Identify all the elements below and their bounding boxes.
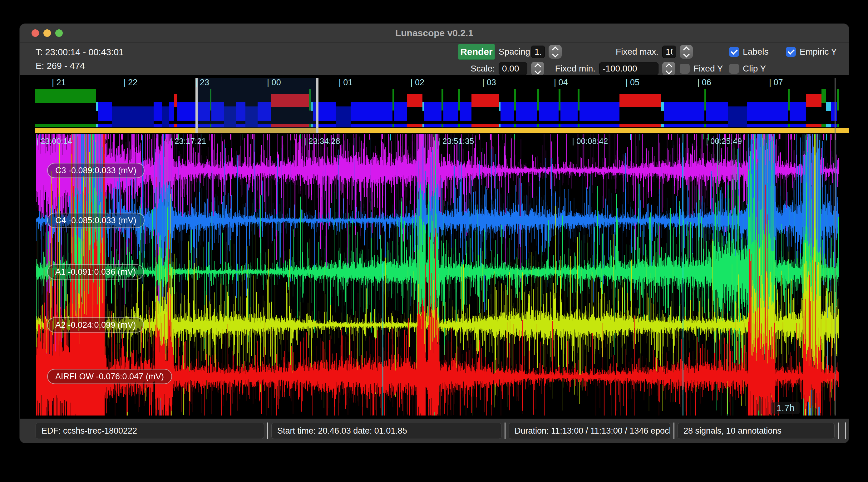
plot-time-label: | 23:17:21 [170,136,206,146]
hypnogram-hour-label: | 06 [697,78,711,88]
stepper-down-icon[interactable] [552,51,558,58]
statusbar: EDF: ccshs-trec-1800222Start time: 20.46… [20,419,849,443]
plot-right-edge-line [835,78,836,416]
hypnogram-segment-N2 [539,102,559,121]
hypnogram-mini-segment-R [471,124,499,127]
hypnogram-mini-segment-N3 [336,124,351,127]
status-separator [845,422,846,439]
titlebar: Lunascope v0.2.1 [20,24,849,43]
fixed-min-stepper[interactable] [662,62,675,75]
hypnogram-position-bar[interactable] [35,128,849,133]
fixed-max-stepper[interactable] [680,45,693,59]
hypnogram-segment-N2 [789,102,806,121]
stepper-down-icon[interactable] [683,51,689,58]
hypnogram-mini-segment-N2 [394,124,407,127]
hypnogram-mini-segment-N2 [560,124,578,127]
hypnogram-segment-N2 [424,102,441,121]
checkbox-empiric-y-box[interactable] [786,47,796,57]
hypnogram-mini-segment-N2 [539,124,559,127]
checkbox-clip-y-box[interactable] [729,64,739,74]
check-icon [787,48,795,55]
view-info: T: 23:00:14 - 00:43:01 E: 269 - 474 [36,45,124,73]
hypnogram-mini-segment-N2 [831,124,837,127]
status-separator [504,422,505,439]
toolbar: T: 23:00:14 - 00:43:01 E: 269 - 474 Spac… [20,43,849,75]
checkbox-labels[interactable]: Labels [729,47,782,57]
scale-label: Scale: [458,64,495,74]
hypnogram-mini-segment-W [35,124,96,127]
hypnogram-segment-N2 [747,102,788,121]
hypnogram-mini-segment-N1 [661,124,664,127]
scale-stepper[interactable] [531,62,544,75]
status-separator [267,422,268,439]
status-panel: Start time: 20.46.03 date: 01.01.85 [271,423,501,439]
hypnogram-segment-N2 [351,102,393,121]
hypnogram-segment-W [822,89,826,103]
hypnogram-mini-segment-R [806,124,822,127]
stepper-down-icon[interactable] [665,68,672,74]
hypnogram-hour-label: | 23 [195,78,209,88]
render-button[interactable]: Render [458,44,495,60]
hypnogram-mini-segment-N2 [351,124,393,127]
hypnogram-hour-label: | 02 [410,78,424,88]
fixed-max-label: Fixed max. [599,47,658,57]
hypnogram-mini-segment-N2 [177,124,195,127]
checkbox-labels-box[interactable] [729,47,739,57]
hypnogram-segment-N2 [560,102,578,121]
status-panel: EDF: ccshs-trec-1800222 [36,423,264,439]
main-content: | 21| 22| 23| 00| 01| 02| 03| 04| 05| 06… [20,75,849,419]
hypnogram-segment-N2 [177,102,195,121]
fixed-min-label: Fixed min. [549,64,595,74]
hypnogram-mini-segment-N2 [98,124,112,127]
hypnogram-selection[interactable] [195,78,318,133]
selection-right-handle[interactable] [316,78,318,133]
spacing-input[interactable] [531,45,545,58]
checkbox-clip-y[interactable]: Clip Y [729,64,782,74]
hypnogram-segment-N2 [169,102,174,121]
hypnogram-mini-segment-R [174,124,177,127]
hypnogram-mini-segment-N2 [500,124,514,127]
fixed-max-input[interactable] [662,45,676,58]
hypnogram-segment-N2 [706,102,728,121]
check-icon [731,48,738,55]
hypnogram-mini-segment-W [837,124,839,127]
stepper-down-icon[interactable] [534,68,541,74]
hypnogram-segment-W [35,89,96,103]
hypnogram-mini-segment-N2 [789,124,806,127]
scale-input[interactable] [499,62,527,75]
signal-label-pill: A1 -0.091:0.036 (mV) [47,264,144,280]
hypnogram-mini-segment-N2 [580,124,619,127]
checkbox-fixed-y[interactable]: Fixed Y [680,64,725,74]
hypnogram-mini-segment-N2 [154,124,162,127]
checkbox-fixed-y-box[interactable] [680,64,690,74]
status-separator [674,422,674,439]
signal-label-pill: C3 -0.089:0.033 (mV) [47,163,145,178]
hypnogram-mini-segment-N1 [826,124,831,127]
status-separator [838,422,839,439]
hypnogram-segment-R [806,94,822,107]
spacing-stepper[interactable] [549,45,562,59]
hypnogram-segment-N3 [336,106,351,126]
hypnogram-mini-segment-N2 [443,124,458,127]
window-duration-badge: 1.7h [772,402,800,414]
hypnogram-mini-segment-N3 [162,124,169,127]
hypnogram-mini-segment-R [619,124,661,127]
plot-time-label: | 23:51:35 [438,136,474,146]
hypnogram-segment-N2 [394,102,407,121]
hypnogram-hour-label: | 04 [554,78,568,88]
hypnogram-mini-segment-N2 [706,124,728,127]
hypnogram-segment-N1 [826,102,831,111]
checkbox-empiric-y[interactable]: Empiric Y [786,47,833,57]
spacing-label: Spacing: [499,47,527,57]
hypnogram-segment-R [471,94,499,107]
hypnogram-mini-segment-N2 [424,124,441,127]
status-panel: 28 signals, 10 annotations [678,423,835,439]
fixed-min-input[interactable] [599,62,658,75]
hypnogram-hour-label: | 07 [769,78,783,88]
hypnogram-segment-N2 [516,102,537,121]
hypnogram-mini-segment-N2 [516,124,537,127]
hypnogram-mini-segment-W [822,124,826,127]
hypnogram-segment-N2 [460,102,471,121]
hypnogram-hour-label: | 00 [267,78,281,88]
plot-time-label: | 23:00:14 [36,136,72,146]
